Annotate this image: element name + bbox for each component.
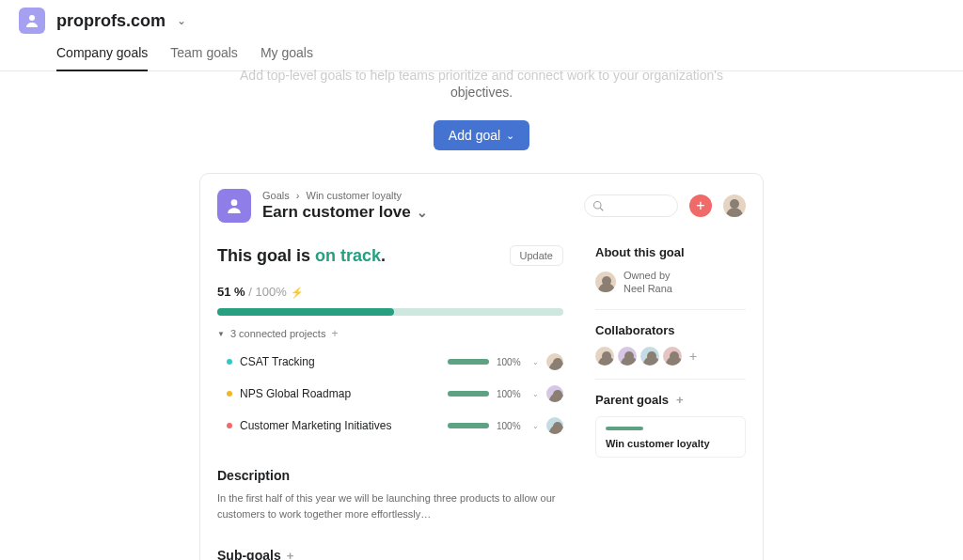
project-owner-avatar [546, 385, 563, 402]
owned-by-label: Owned by [624, 269, 672, 282]
chevron-down-icon: ⌄ [506, 130, 514, 142]
divider [595, 379, 746, 380]
owner-avatar[interactable] [595, 272, 616, 292]
project-name: NPS Global Roadmap [240, 387, 440, 400]
add-goal-button[interactable]: Add goal ⌄ [434, 120, 529, 150]
hero-line-2: objectives. [38, 85, 925, 100]
search-icon [592, 200, 604, 211]
description-body: In the first half of this year we will b… [217, 490, 563, 521]
description-heading: Description [217, 468, 563, 483]
connected-projects-label: 3 connected projects [230, 328, 326, 339]
current-user-avatar[interactable] [723, 194, 746, 217]
org-name: proprofs.com [56, 11, 166, 31]
tab-team-goals[interactable]: Team goals [170, 39, 238, 70]
goal-scope-tabs: Company goals Team goals My goals [0, 34, 963, 71]
add-subgoal-button[interactable]: + [287, 549, 294, 561]
goal-detail-card: Goals › Win customer loyalty Earn custom… [199, 173, 764, 560]
svg-point-1 [231, 199, 238, 206]
bolt-icon: ⚡ [291, 287, 304, 298]
parent-goals-heading: Parent goals [595, 393, 669, 407]
project-name: Customer Marketing Initiatives [240, 419, 440, 432]
progress-label: 51 % / 100%⚡ [217, 285, 563, 299]
collaborator-avatar[interactable] [663, 347, 682, 366]
project-row[interactable]: Customer Marketing Initiatives 100% ⌄ [217, 410, 563, 442]
divider [595, 309, 746, 310]
empty-state-text: Add top-level goals to help teams priori… [0, 68, 963, 100]
collaborators-heading: Collaborators [595, 323, 746, 337]
tab-company-goals[interactable]: Company goals [56, 39, 148, 71]
owner-name: Neel Rana [624, 282, 672, 295]
chevron-down-icon[interactable]: ⌄ [177, 14, 186, 27]
breadcrumb-separator-icon: › [296, 190, 300, 201]
collaborator-avatar[interactable] [618, 347, 637, 366]
update-button[interactable]: Update [510, 245, 563, 266]
breadcrumb: Goals › Win customer loyalty [262, 190, 428, 201]
breadcrumb-parent[interactable]: Win customer loyalty [307, 190, 402, 201]
caret-down-icon[interactable]: ▼ [217, 330, 225, 338]
project-owner-avatar [546, 353, 563, 370]
owner-row: Owned by Neel Rana [595, 269, 746, 296]
add-collaborator-button[interactable]: + [689, 349, 697, 364]
goal-main-column: This goal is on track. Update 51 % / 100… [217, 245, 563, 560]
collaborators-row: + [595, 347, 746, 366]
goal-icon [217, 189, 251, 223]
project-dot [227, 391, 232, 397]
svg-point-0 [29, 15, 35, 21]
project-pct: 100% [497, 421, 525, 431]
collaborator-avatar[interactable] [595, 347, 614, 366]
chevron-down-icon[interactable]: ⌄ [417, 205, 428, 220]
hero-line-1: Add top-level goals to help teams priori… [38, 68, 925, 83]
mini-progress-bar [448, 423, 489, 428]
add-goal-label: Add goal [449, 128, 500, 143]
tab-my-goals[interactable]: My goals [260, 39, 313, 70]
add-project-button[interactable]: + [331, 327, 338, 340]
mini-progress-bar [448, 391, 489, 397]
caret-down-icon: ⌄ [532, 358, 539, 366]
add-parent-goal-button[interactable]: + [676, 393, 684, 407]
about-heading: About this goal [595, 245, 746, 259]
progress-percent: 51 % [217, 285, 245, 299]
project-row[interactable]: CSAT Tracking 100% ⌄ [217, 346, 563, 378]
subgoals-heading: Sub-goals [217, 548, 281, 560]
svg-point-2 [594, 202, 602, 210]
add-button[interactable]: + [689, 194, 712, 217]
mini-progress-bar [448, 359, 489, 365]
project-list: CSAT Tracking 100% ⌄ NPS Global Roadmap … [217, 346, 563, 442]
search-input[interactable] [584, 194, 678, 217]
project-pct: 100% [497, 357, 525, 367]
project-dot [227, 359, 232, 365]
svg-line-3 [600, 208, 603, 210]
goal-sidebar: About this goal Owned by Neel Rana Colla… [595, 245, 746, 560]
goal-title: Earn customer love [262, 203, 411, 222]
org-avatar [19, 8, 45, 34]
parent-goal-name: Win customer loyalty [606, 438, 735, 449]
progress-bar [217, 308, 563, 316]
topbar: proprofs.com ⌄ [0, 0, 963, 34]
parent-goal-progress [606, 427, 643, 430]
progress-bar-fill [217, 308, 394, 316]
project-row[interactable]: NPS Global Roadmap 100% ⌄ [217, 378, 563, 410]
caret-down-icon: ⌄ [532, 422, 539, 430]
collaborator-avatar[interactable] [640, 347, 659, 366]
project-name: CSAT Tracking [240, 355, 440, 368]
breadcrumb-root[interactable]: Goals [262, 190, 290, 201]
status-value: on track [315, 246, 381, 265]
project-pct: 100% [497, 389, 525, 399]
project-owner-avatar [546, 417, 563, 434]
parent-goal-card[interactable]: Win customer loyalty [595, 416, 746, 458]
caret-down-icon: ⌄ [532, 390, 539, 398]
project-dot [227, 423, 232, 428]
goal-status-text: This goal is on track. [217, 246, 386, 266]
